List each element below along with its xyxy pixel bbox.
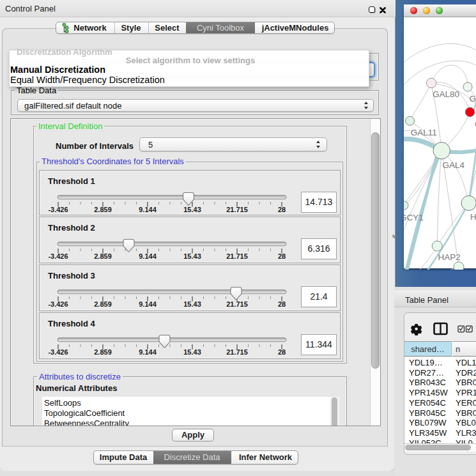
svg-text:GAL80: GAL80 bbox=[433, 89, 459, 99]
svg-text:2.859: 2.859 bbox=[94, 206, 112, 213]
svg-text:9.144: 9.144 bbox=[139, 300, 157, 308]
svg-text:15.43: 15.43 bbox=[183, 206, 201, 213]
svg-text:-3.426: -3.426 bbox=[48, 252, 68, 260]
svg-text:9.144: 9.144 bbox=[139, 348, 157, 356]
svg-text:-3.426: -3.426 bbox=[48, 206, 68, 213]
svg-text:2.859: 2.859 bbox=[94, 300, 112, 308]
svg-text:2.859: 2.859 bbox=[94, 252, 112, 260]
svg-text:H: H bbox=[470, 212, 476, 222]
svg-text:21.715: 21.715 bbox=[226, 206, 248, 213]
svg-text:15.43: 15.43 bbox=[183, 300, 201, 308]
svg-text:28: 28 bbox=[278, 252, 286, 260]
svg-text:21.715: 21.715 bbox=[226, 300, 248, 308]
svg-text:15.43: 15.43 bbox=[183, 348, 201, 356]
svg-text:9.144: 9.144 bbox=[139, 252, 157, 260]
svg-text:-3.426: -3.426 bbox=[48, 348, 68, 356]
svg-text:21.715: 21.715 bbox=[226, 348, 248, 356]
svg-text:G.: G. bbox=[470, 94, 476, 104]
svg-text:9.144: 9.144 bbox=[139, 206, 157, 213]
svg-text:GCY1: GCY1 bbox=[404, 213, 424, 222]
svg-text:21.715: 21.715 bbox=[226, 252, 248, 260]
svg-text:HAP2: HAP2 bbox=[438, 252, 460, 262]
svg-text:28: 28 bbox=[278, 206, 286, 213]
svg-text:GAL4: GAL4 bbox=[443, 160, 465, 170]
svg-text:15.43: 15.43 bbox=[183, 252, 201, 260]
svg-text:28: 28 bbox=[278, 348, 286, 356]
svg-text:GAL11: GAL11 bbox=[411, 128, 437, 137]
svg-text:28: 28 bbox=[278, 300, 286, 308]
svg-text:2.859: 2.859 bbox=[94, 348, 112, 356]
svg-text:-3.426: -3.426 bbox=[48, 300, 68, 308]
